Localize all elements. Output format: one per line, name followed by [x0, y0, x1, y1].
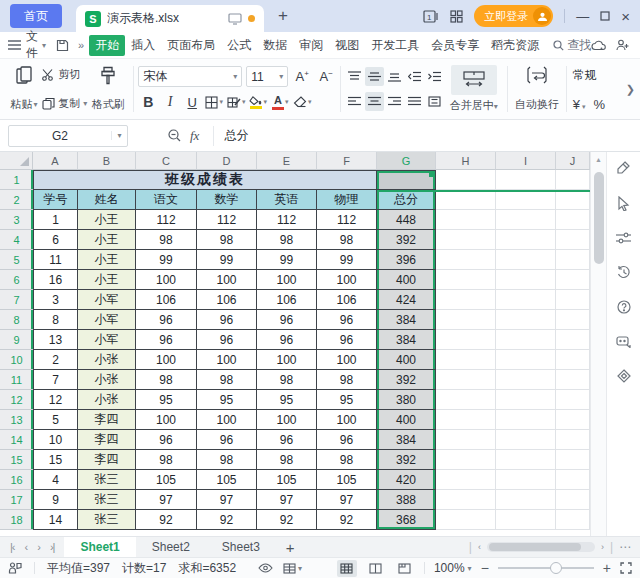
merge-center-button[interactable]: 合并居中▾ [444, 63, 503, 115]
cell-H2[interactable] [436, 190, 496, 210]
page-break-view-button[interactable] [395, 560, 415, 577]
row-header[interactable]: 2 [0, 190, 33, 210]
align-bottom-icon[interactable] [385, 67, 404, 86]
cell-E18[interactable]: 92 [257, 510, 317, 530]
cell-E15[interactable]: 98 [257, 450, 317, 470]
row-header[interactable]: 3 [0, 210, 33, 230]
cell-B9[interactable]: 小军 [78, 330, 136, 350]
col-header-C[interactable]: C [136, 152, 197, 170]
new-tab-button[interactable]: + [278, 6, 288, 26]
cell-J2[interactable] [556, 190, 590, 210]
cell-A16[interactable]: 4 [33, 470, 78, 490]
cell-C9[interactable]: 96 [136, 330, 197, 350]
cell-A15[interactable]: 15 [33, 450, 78, 470]
cell-G10[interactable]: 400 [377, 350, 436, 370]
row-header[interactable]: 8 [0, 310, 33, 330]
sheet-tab-sheet1[interactable]: Sheet1 [64, 537, 135, 557]
cell-H17[interactable] [436, 490, 496, 510]
cell-D10[interactable]: 100 [197, 350, 257, 370]
cell-A3[interactable]: 1 [33, 210, 78, 230]
cell-H6[interactable] [436, 270, 496, 290]
tab-home[interactable]: 开始 [89, 35, 125, 56]
cell-H15[interactable] [436, 450, 496, 470]
cell-A9[interactable]: 13 [33, 330, 78, 350]
cell-A12[interactable]: 12 [33, 390, 78, 410]
eye-protect-icon[interactable] [258, 563, 273, 573]
adjust-settings-icon[interactable] [616, 232, 631, 244]
history-sync-icon[interactable] [617, 265, 631, 279]
normal-view-button[interactable] [337, 560, 357, 577]
maximize-button[interactable] [600, 11, 610, 21]
inspiration-icon[interactable] [617, 369, 631, 383]
cell-D13[interactable]: 100 [197, 410, 257, 430]
cell-J5[interactable] [556, 250, 590, 270]
cell-D4[interactable]: 98 [197, 230, 257, 250]
row-header[interactable]: 14 [0, 430, 33, 450]
cloud-sync-icon[interactable] [591, 40, 606, 51]
sheet-tab-sheet3[interactable]: Sheet3 [206, 537, 276, 557]
select-all-button[interactable] [0, 152, 33, 170]
zoom-in-button[interactable]: + [603, 560, 611, 576]
document-tab[interactable]: S 演示表格.xlsx [76, 5, 264, 32]
more-quick-actions-icon[interactable]: » [78, 39, 84, 51]
wrap-text-button[interactable]: 自动换行 [512, 63, 562, 115]
cell-J18[interactable] [556, 510, 590, 530]
fullscreen-icon[interactable] [620, 562, 632, 574]
cell-H7[interactable] [436, 290, 496, 310]
cell-B18[interactable]: 张三 [78, 510, 136, 530]
cell-F12[interactable]: 95 [317, 390, 377, 410]
row-header[interactable]: 10 [0, 350, 33, 370]
home-button[interactable]: 首页 [10, 4, 62, 28]
zoom-out-button[interactable]: − [481, 560, 489, 576]
cell-D15[interactable]: 98 [197, 450, 257, 470]
tab-membership[interactable]: 会员专享 [425, 35, 485, 56]
cell-C15[interactable]: 98 [136, 450, 197, 470]
cell-B13[interactable]: 李四 [78, 410, 136, 430]
cell-J10[interactable] [556, 350, 590, 370]
cell-D9[interactable]: 96 [197, 330, 257, 350]
cell-A6[interactable]: 16 [33, 270, 78, 290]
cell-F6[interactable]: 100 [317, 270, 377, 290]
name-box-dropdown-icon[interactable]: ▾ [111, 131, 127, 140]
cell-D11[interactable]: 98 [197, 370, 257, 390]
cell-F7[interactable]: 106 [317, 290, 377, 310]
tab-page-layout[interactable]: 页面布局 [161, 35, 221, 56]
cell-C5[interactable]: 99 [136, 250, 197, 270]
cell-E14[interactable]: 96 [257, 430, 317, 450]
cell-B14[interactable]: 李四 [78, 430, 136, 450]
horizontal-scroll-thumb[interactable] [489, 543, 581, 551]
cell-F11[interactable]: 98 [317, 370, 377, 390]
row-header[interactable]: 1 [0, 170, 33, 190]
file-menu[interactable]: 文件▾ [26, 28, 46, 62]
cell-B8[interactable]: 小军 [78, 310, 136, 330]
tab-data[interactable]: 数据 [257, 35, 293, 56]
cell-H4[interactable] [436, 230, 496, 250]
assistant-icon[interactable] [616, 335, 631, 348]
decrease-indent-icon[interactable] [405, 67, 424, 86]
align-left-icon[interactable] [345, 92, 364, 111]
cell-J7[interactable] [556, 290, 590, 310]
cell-J1[interactable] [556, 170, 590, 190]
align-middle-icon[interactable] [365, 67, 384, 86]
hamburger-menu-icon[interactable] [8, 40, 21, 50]
cell-C8[interactable]: 96 [136, 310, 197, 330]
clear-format-button[interactable]: ▾ [292, 92, 312, 112]
row-header[interactable]: 4 [0, 230, 33, 250]
cell-F10[interactable]: 100 [317, 350, 377, 370]
cell-D17[interactable]: 97 [197, 490, 257, 510]
cell-J4[interactable] [556, 230, 590, 250]
cell-D14[interactable]: 96 [197, 430, 257, 450]
cell-A8[interactable]: 8 [33, 310, 78, 330]
cell-I9[interactable] [496, 330, 556, 350]
ribbon-expand-icon[interactable]: ❯ [623, 63, 638, 115]
font-size-select[interactable]: 11▾ [246, 66, 288, 87]
cell-H5[interactable] [436, 250, 496, 270]
sheet-tab-sheet2[interactable]: Sheet2 [136, 537, 206, 557]
paste-button[interactable]: 粘贴▾ [6, 63, 42, 115]
login-button[interactable]: 立即登录 [474, 5, 553, 27]
apps-grid-icon[interactable] [450, 10, 463, 23]
cell-E7[interactable]: 106 [257, 290, 317, 310]
row-header[interactable]: 17 [0, 490, 33, 510]
next-sheet-icon[interactable]: › [37, 541, 40, 553]
col-header-B[interactable]: B [78, 152, 136, 170]
